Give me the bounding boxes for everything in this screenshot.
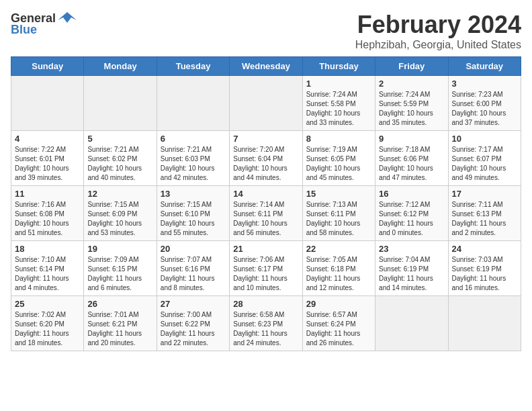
day-info: Sunrise: 7:09 AM Sunset: 6:15 PM Dayligh… <box>87 255 152 293</box>
calendar-cell: 19Sunrise: 7:09 AM Sunset: 6:15 PM Dayli… <box>84 241 157 296</box>
day-info: Sunrise: 7:10 AM Sunset: 6:14 PM Dayligh… <box>15 255 80 293</box>
day-number: 1 <box>306 79 371 89</box>
calendar-cell: 22Sunrise: 7:05 AM Sunset: 6:18 PM Dayli… <box>302 241 375 296</box>
day-info: Sunrise: 7:11 AM Sunset: 6:13 PM Dayligh… <box>452 200 517 238</box>
day-number: 7 <box>233 134 298 144</box>
day-info: Sunrise: 7:21 AM Sunset: 6:03 PM Dayligh… <box>161 145 226 183</box>
calendar-cell: 17Sunrise: 7:11 AM Sunset: 6:13 PM Dayli… <box>448 186 521 241</box>
day-info: Sunrise: 7:16 AM Sunset: 6:08 PM Dayligh… <box>15 200 80 238</box>
day-number: 11 <box>15 189 80 199</box>
day-number: 22 <box>306 244 371 254</box>
calendar-cell <box>448 296 521 351</box>
day-info: Sunrise: 7:06 AM Sunset: 6:17 PM Dayligh… <box>233 255 298 293</box>
calendar-cell: 28Sunrise: 6:58 AM Sunset: 6:23 PM Dayli… <box>230 296 302 351</box>
day-info: Sunrise: 6:57 AM Sunset: 6:24 PM Dayligh… <box>306 310 371 348</box>
day-info: Sunrise: 7:22 AM Sunset: 6:01 PM Dayligh… <box>15 145 80 183</box>
day-number: 10 <box>452 134 517 144</box>
calendar-cell <box>157 76 229 131</box>
calendar-cell: 1Sunrise: 7:24 AM Sunset: 5:58 PM Daylig… <box>302 76 375 131</box>
calendar-cell <box>11 76 84 131</box>
calendar-cell: 3Sunrise: 7:23 AM Sunset: 6:00 PM Daylig… <box>448 76 521 131</box>
day-number: 16 <box>379 189 444 199</box>
calendar-cell: 12Sunrise: 7:15 AM Sunset: 6:09 PM Dayli… <box>84 186 157 241</box>
calendar-cell <box>375 296 448 351</box>
weekday-header-monday: Monday <box>84 57 157 76</box>
calendar-cell: 6Sunrise: 7:21 AM Sunset: 6:03 PM Daylig… <box>157 131 229 186</box>
calendar-cell: 15Sunrise: 7:13 AM Sunset: 6:11 PM Dayli… <box>302 186 375 241</box>
weekday-header-sunday: Sunday <box>11 57 84 76</box>
day-info: Sunrise: 7:15 AM Sunset: 6:10 PM Dayligh… <box>161 200 226 238</box>
day-info: Sunrise: 7:12 AM Sunset: 6:12 PM Dayligh… <box>379 200 444 238</box>
day-info: Sunrise: 7:02 AM Sunset: 6:20 PM Dayligh… <box>15 310 80 348</box>
logo-blue-text: Blue <box>11 23 37 37</box>
calendar-week-row: 11Sunrise: 7:16 AM Sunset: 6:08 PM Dayli… <box>11 186 521 241</box>
day-info: Sunrise: 7:03 AM Sunset: 6:19 PM Dayligh… <box>452 255 517 293</box>
weekday-header-wednesday: Wednesday <box>230 57 302 76</box>
calendar-cell: 5Sunrise: 7:21 AM Sunset: 6:02 PM Daylig… <box>84 131 157 186</box>
day-number: 3 <box>452 79 517 89</box>
day-number: 29 <box>306 299 371 309</box>
day-number: 17 <box>452 189 517 199</box>
day-number: 20 <box>161 244 226 254</box>
day-number: 24 <box>452 244 517 254</box>
day-info: Sunrise: 7:19 AM Sunset: 6:05 PM Dayligh… <box>306 145 371 183</box>
calendar-cell: 29Sunrise: 6:57 AM Sunset: 6:24 PM Dayli… <box>302 296 375 351</box>
weekday-header-tuesday: Tuesday <box>157 57 229 76</box>
calendar-cell: 10Sunrise: 7:17 AM Sunset: 6:07 PM Dayli… <box>448 131 521 186</box>
calendar-cell: 24Sunrise: 7:03 AM Sunset: 6:19 PM Dayli… <box>448 241 521 296</box>
calendar-cell: 7Sunrise: 7:20 AM Sunset: 6:04 PM Daylig… <box>230 131 302 186</box>
title-block: February 2024 Hephzibah, Georgia, United… <box>355 11 521 51</box>
calendar-cell: 26Sunrise: 7:01 AM Sunset: 6:21 PM Dayli… <box>84 296 157 351</box>
day-info: Sunrise: 6:58 AM Sunset: 6:23 PM Dayligh… <box>233 310 298 348</box>
day-number: 9 <box>379 134 444 144</box>
day-info: Sunrise: 7:13 AM Sunset: 6:11 PM Dayligh… <box>306 200 371 238</box>
day-info: Sunrise: 7:23 AM Sunset: 6:00 PM Dayligh… <box>452 90 517 128</box>
day-number: 21 <box>233 244 298 254</box>
calendar-cell: 13Sunrise: 7:15 AM Sunset: 6:10 PM Dayli… <box>157 186 229 241</box>
calendar-week-row: 18Sunrise: 7:10 AM Sunset: 6:14 PM Dayli… <box>11 241 521 296</box>
day-number: 12 <box>87 189 152 199</box>
logo: General Blue <box>11 11 77 37</box>
day-info: Sunrise: 7:24 AM Sunset: 5:59 PM Dayligh… <box>379 90 444 128</box>
day-info: Sunrise: 7:07 AM Sunset: 6:16 PM Dayligh… <box>161 255 226 293</box>
day-number: 5 <box>87 134 152 144</box>
day-info: Sunrise: 7:20 AM Sunset: 6:04 PM Dayligh… <box>233 145 298 183</box>
calendar-cell: 8Sunrise: 7:19 AM Sunset: 6:05 PM Daylig… <box>302 131 375 186</box>
day-info: Sunrise: 7:17 AM Sunset: 6:07 PM Dayligh… <box>452 145 517 183</box>
calendar-cell: 27Sunrise: 7:00 AM Sunset: 6:22 PM Dayli… <box>157 296 229 351</box>
logo-bird-icon <box>58 11 77 26</box>
day-info: Sunrise: 7:01 AM Sunset: 6:21 PM Dayligh… <box>87 310 152 348</box>
day-info: Sunrise: 7:15 AM Sunset: 6:09 PM Dayligh… <box>87 200 152 238</box>
day-number: 15 <box>306 189 371 199</box>
day-number: 6 <box>161 134 226 144</box>
calendar-week-row: 1Sunrise: 7:24 AM Sunset: 5:58 PM Daylig… <box>11 76 521 131</box>
weekday-header-saturday: Saturday <box>448 57 521 76</box>
svg-marker-0 <box>58 12 77 23</box>
day-number: 25 <box>15 299 80 309</box>
calendar-cell: 21Sunrise: 7:06 AM Sunset: 6:17 PM Dayli… <box>230 241 302 296</box>
calendar-cell: 25Sunrise: 7:02 AM Sunset: 6:20 PM Dayli… <box>11 296 84 351</box>
calendar-cell: 20Sunrise: 7:07 AM Sunset: 6:16 PM Dayli… <box>157 241 229 296</box>
calendar-cell: 16Sunrise: 7:12 AM Sunset: 6:12 PM Dayli… <box>375 186 448 241</box>
day-number: 2 <box>379 79 444 89</box>
day-number: 13 <box>161 189 226 199</box>
calendar-cell: 14Sunrise: 7:14 AM Sunset: 6:11 PM Dayli… <box>230 186 302 241</box>
day-number: 18 <box>15 244 80 254</box>
day-number: 26 <box>87 299 152 309</box>
day-info: Sunrise: 7:00 AM Sunset: 6:22 PM Dayligh… <box>161 310 226 348</box>
page-subtitle: Hephzibah, Georgia, United States <box>355 39 521 51</box>
page-title: February 2024 <box>355 11 521 39</box>
day-info: Sunrise: 7:14 AM Sunset: 6:11 PM Dayligh… <box>233 200 298 238</box>
weekday-header-row: SundayMondayTuesdayWednesdayThursdayFrid… <box>11 57 521 76</box>
weekday-header-thursday: Thursday <box>302 57 375 76</box>
calendar-cell: 11Sunrise: 7:16 AM Sunset: 6:08 PM Dayli… <box>11 186 84 241</box>
calendar-week-row: 4Sunrise: 7:22 AM Sunset: 6:01 PM Daylig… <box>11 131 521 186</box>
day-info: Sunrise: 7:24 AM Sunset: 5:58 PM Dayligh… <box>306 90 371 128</box>
calendar-cell: 9Sunrise: 7:18 AM Sunset: 6:06 PM Daylig… <box>375 131 448 186</box>
day-number: 8 <box>306 134 371 144</box>
page-header: General Blue February 2024 Hephzibah, Ge… <box>11 11 521 51</box>
day-info: Sunrise: 7:04 AM Sunset: 6:19 PM Dayligh… <box>379 255 444 293</box>
calendar-cell: 18Sunrise: 7:10 AM Sunset: 6:14 PM Dayli… <box>11 241 84 296</box>
weekday-header-friday: Friday <box>375 57 448 76</box>
calendar-week-row: 25Sunrise: 7:02 AM Sunset: 6:20 PM Dayli… <box>11 296 521 351</box>
